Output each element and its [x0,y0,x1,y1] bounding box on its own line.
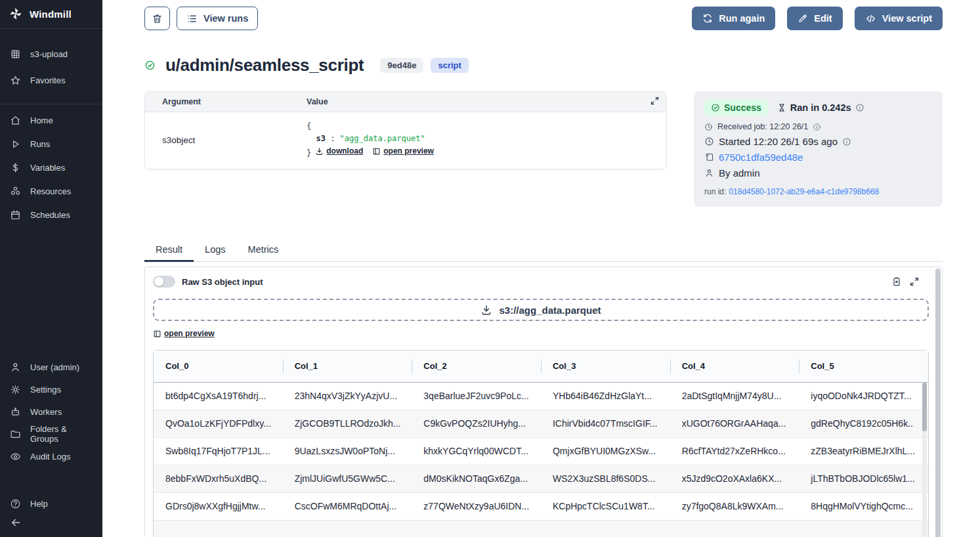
script-hash-badge[interactable]: 9ed48e [380,58,423,73]
result-panel-scrollbar[interactable] [935,268,941,537]
sidebar-item-s3-upload[interactable]: s3-upload [0,41,102,67]
table-cell [670,520,799,537]
result-tabs: Result Logs Metrics [144,242,943,262]
info-icon[interactable] [855,103,864,112]
sidebar-item-home[interactable]: Home [0,108,102,132]
view-script-button[interactable]: View script [855,7,943,30]
table-column-header[interactable]: Col_3 [541,351,670,382]
expand-result-icon[interactable] [909,276,920,287]
table-cell: QvOa1oLzKFjYDFPdlxy... [154,410,283,437]
sidebar-item-label: Schedules [30,210,70,220]
edit-button[interactable]: Edit [787,7,842,30]
table-scrollbar[interactable] [922,383,927,537]
parquet-preview-table-wrap: Col_0Col_1Col_2Col_3Col_4Col_5 bt6dp4CgX… [153,350,929,537]
refresh-icon [702,13,713,24]
status-badge: Success [704,100,768,116]
result-open-preview-link[interactable]: open preview [153,329,215,338]
hourglass-icon [777,103,786,112]
table-cell: QmjxGfBYUI0MGzXSw... [541,437,670,465]
tab-result[interactable]: Result [144,242,194,261]
user-icon [704,168,714,178]
argument-column-header: Argument [162,97,307,106]
table-cell: IChirVbid4c07TmscIGIF... [541,410,670,437]
run-id-link[interactable]: 018d4580-1072-ab29-e6a4-c1de9798b668 [729,187,879,196]
sidebar-item-label: Runs [30,139,50,149]
sidebar-item-workers[interactable]: Workers [0,400,102,423]
info-icon[interactable] [813,123,821,131]
run-id-caption: run id: [704,187,726,196]
edit-label: Edit [814,13,832,24]
download-link[interactable]: download [315,145,363,158]
raw-s3-toggle[interactable] [153,276,175,288]
sidebar-item-schedules[interactable]: Schedules [0,203,102,226]
clock-icon [704,123,713,131]
info-icon[interactable] [842,137,851,146]
status-label: Success [724,102,761,113]
run-again-button[interactable]: Run again [692,7,775,30]
table-cell: 9UazLsxzsJW0oPToNj... [283,437,412,465]
json-colon: : [330,134,335,143]
run-status-panel: Success Ran in 0.242s Received job: 12:2… [694,91,943,207]
table-column-header[interactable]: Col_4 [670,351,799,382]
table-cell: WS2X3uzSBL8f6S0DS... [541,465,670,492]
json-key: s3 [316,134,325,143]
sidebar-item-label: Workers [30,407,62,417]
trash-icon [152,13,163,24]
home-icon [10,115,21,126]
table-cell: khxkYGCqYrlq00WCDT... [412,437,541,465]
table-column-header[interactable]: Col_5 [799,351,928,382]
table-column-header[interactable]: Col_1 [283,351,412,382]
sidebar-pinned-nav: s3-upload Favorites [0,29,102,104]
sidebar-item-label: s3-upload [30,49,68,59]
view-runs-button[interactable]: View runs [177,7,258,30]
sidebar-item-variables[interactable]: Variables [0,156,102,179]
table-column-header[interactable]: Col_0 [154,351,283,382]
sidebar-item-resources[interactable]: Resources [0,179,102,203]
app-logo-row[interactable]: Windmill [0,0,102,28]
download-icon [315,147,324,156]
table-cell: GDrs0j8wXXgfHgjjMtw... [154,492,283,520]
sidebar-item-folders-groups[interactable]: Folders & Groups [0,423,102,445]
sidebar-item-favorites[interactable]: Favorites [0,67,102,93]
open-preview-icon [372,147,381,156]
calendar-icon [10,209,21,221]
sidebar-item-runs[interactable]: Runs [0,132,102,156]
toolbar: View runs Run again Edit View script [144,7,943,30]
sidebar-collapse-button[interactable] [0,515,102,537]
clock-icon [704,137,714,146]
sidebar-item-label: Home [30,116,53,125]
expand-arguments-button[interactable] [650,96,660,106]
delete-run-button[interactable] [144,7,170,30]
windmill-logo-icon [9,7,23,21]
table-cell: 8ebbFxWDxrh5uXdBQ... [154,465,283,492]
sidebar-item-user[interactable]: User (admin) [0,356,102,378]
table-cell [799,520,928,537]
sidebar-item-label: Folders & Groups [30,424,93,444]
arrow-left-icon [10,517,22,528]
sidebar-item-audit-logs[interactable]: Audit Logs [0,445,102,467]
tab-logs[interactable]: Logs [194,242,236,261]
table-row [154,520,928,537]
table-cell: KCpHpcTClcSCu1W8T... [541,492,670,520]
sidebar-item-help[interactable]: Help [0,492,102,515]
table-cell: C9kGvPOQZs2IUHyhg... [412,410,541,437]
tab-metrics[interactable]: Metrics [237,242,290,261]
script-hash-link[interactable]: 6750c1dfa59ed48e [719,152,803,163]
table-scrollbar-thumb[interactable] [922,383,927,431]
toggle-knob [154,277,163,286]
boxes-icon [10,186,21,197]
sidebar-item-settings[interactable]: Settings [0,378,102,400]
s3-file-download-box[interactable]: s3://agg_data.parquet [153,299,929,321]
table-column-header[interactable]: Col_2 [412,351,541,382]
copy-to-clipboard-icon[interactable] [891,276,902,287]
received-job-label: Received job: 12:20 26/1 [717,122,808,131]
result-open-preview-label: open preview [164,329,215,338]
table-cell: iyqoODoNk4JRDQTZT... [799,382,928,410]
open-preview-link[interactable]: open preview [372,145,434,158]
user-icon [10,362,21,373]
json-open-brace: { [307,121,311,131]
sidebar-item-label: Favorites [30,75,65,85]
table-cell: 8HqgHMolVYtighQcmc... [799,492,928,520]
robot-icon [10,406,21,418]
started-row: Started 12:20 26/1 69s ago [704,136,932,147]
